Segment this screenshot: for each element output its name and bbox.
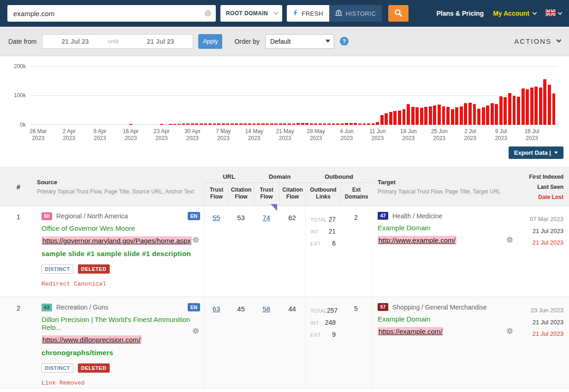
target-options-gear-icon[interactable] — [506, 236, 513, 245]
chart-bar — [319, 123, 322, 125]
search-settings-gear-icon[interactable] — [204, 10, 212, 19]
x-axis-tick-label: 9 Jul2023 — [495, 128, 507, 142]
dates-cell: 07 Mar 2023 21 Jul 2023 21 Jul 2023 — [519, 206, 569, 297]
sort-last-seen[interactable]: Last Seen — [537, 184, 563, 190]
chart-bar — [552, 94, 556, 125]
first-indexed-date: 23 Jun 2023 — [519, 304, 563, 316]
order-by-label: Order by — [234, 38, 259, 45]
actions-label: ACTIONS — [514, 37, 551, 45]
source-url-link[interactable]: https://governor.maryland.gov/Pages/home… — [41, 236, 192, 245]
x-axis-tick-label: 2 Apr2023 — [63, 128, 76, 142]
domain-trust-flow-cell: 74 — [254, 206, 279, 297]
magnifier-icon — [394, 9, 403, 18]
my-account-menu[interactable]: My Account — [493, 10, 536, 17]
chart-bar — [504, 97, 507, 125]
index-mode-toggle: FRESH HISTORIC — [287, 5, 382, 22]
target-url-link[interactable]: https://example.com/ — [378, 327, 443, 336]
date-from-field[interactable]: 21 Jul 23 — [42, 38, 107, 45]
chart-bar — [358, 123, 362, 125]
deleted-flag: DELETED — [78, 264, 110, 274]
target-url-link[interactable]: http://www.example.com/ — [378, 236, 456, 245]
last-seen-date: 21 Jul 2023 — [519, 225, 563, 237]
chart-bar — [274, 123, 278, 125]
source-page-title: Dillon Precision | The World's Finest Am… — [41, 316, 200, 331]
distinct-flag: DISTINCT — [41, 264, 73, 274]
source-page-title: Office of Governor Wes Moore — [41, 224, 200, 232]
chart-bar — [411, 107, 415, 125]
chart-bar — [296, 123, 300, 125]
target-header-subtitle: Primary Topical Trust Flow, Page Title, … — [378, 188, 519, 195]
chart-bar — [376, 122, 379, 125]
actions-menu[interactable]: ACTIONS — [514, 37, 561, 45]
column-url-citation-flow: Citation Flow — [228, 183, 254, 206]
chart-bar — [213, 123, 216, 125]
row-number: 1 — [0, 206, 37, 297]
language-selector[interactable] — [545, 9, 562, 18]
search-type-select[interactable]: ROOT DOMAIN — [220, 5, 282, 22]
domain-search-input[interactable] — [7, 5, 216, 22]
target-options-gear-icon[interactable] — [506, 328, 513, 336]
chart-bar — [350, 123, 353, 125]
source-url-link[interactable]: https://www.dillonprecision.com/ — [41, 335, 142, 344]
fresh-index-button[interactable]: FRESH — [287, 5, 329, 22]
url-trust-flow-link[interactable]: 63 — [213, 305, 220, 313]
chart-bar — [363, 123, 366, 125]
outbound-int-value: 248 — [325, 317, 336, 328]
chart-bar — [464, 103, 467, 125]
dates-cell: 23 Jun 2023 21 Jul 2023 21 Jul 2023 — [519, 297, 569, 388]
language-badge: EN — [188, 212, 200, 220]
anchor-text: chronographs/timers — [41, 349, 200, 357]
x-axis-tick-label: 11 Jun2023 — [369, 128, 385, 142]
my-account-label: My Account — [493, 10, 529, 17]
column-source: Source Primary Topical Trust Flow, Page … — [37, 167, 204, 206]
column-outbound-links: Outbound Links — [306, 183, 340, 206]
outbound-int-label: INT — [310, 317, 319, 329]
search-submit-button[interactable] — [388, 5, 409, 22]
domain-trust-flow-link[interactable]: 74 — [262, 214, 270, 222]
date-to-field[interactable]: 21 Jul 23 — [128, 38, 193, 45]
sort-date-lost[interactable]: Date Lost — [538, 194, 563, 200]
outbound-int-value: 21 — [328, 226, 336, 237]
order-by-select[interactable]: Default — [265, 34, 334, 49]
top-right-links: Plans & Pricing My Account — [436, 9, 562, 18]
chevron-down-icon — [558, 10, 563, 15]
chart-bar — [323, 123, 326, 125]
backlinks-table: # Source Primary Topical Trust Flow, Pag… — [0, 167, 569, 388]
chart-bar — [292, 123, 296, 125]
target-topic: Shopping / General Merchandise — [392, 304, 487, 311]
table-row: 1 50 Regional / North America EN Office … — [0, 206, 569, 297]
source-options-gear-icon[interactable] — [192, 236, 199, 245]
domain-citation-flow-cell: 62 — [279, 206, 306, 297]
export-data-button[interactable]: Export Data | — [509, 146, 563, 159]
target-cell: 57 Shopping / General Merchandise Exampl… — [372, 297, 519, 388]
target-cell: 47 Health / Medicine Example Domain http… — [372, 206, 519, 297]
chart-bar — [310, 123, 313, 125]
chart-bar — [526, 89, 529, 125]
chart-bar — [495, 104, 498, 125]
historic-index-button[interactable]: HISTORIC — [329, 5, 382, 22]
help-icon[interactable]: ? — [340, 37, 349, 46]
source-cell: 50 Regional / North America EN Office of… — [37, 206, 204, 297]
chart-bar — [415, 107, 419, 125]
topical-trust-flow-badge: 47 — [378, 212, 388, 220]
table-row: 2 63 Recreation / Guns EN Dillon Precisi… — [0, 297, 569, 388]
chart-bar — [380, 115, 384, 125]
chart-bar — [239, 123, 243, 125]
chart-bar — [226, 123, 229, 125]
url-trust-flow-link[interactable]: 55 — [213, 214, 220, 222]
chart-bar — [288, 123, 291, 125]
distinct-flag: DISTINCT — [41, 363, 73, 373]
domain-trust-flow-link[interactable]: 58 — [262, 305, 270, 313]
apply-button[interactable]: Apply — [198, 34, 222, 49]
column-number: # — [0, 167, 37, 206]
until-label: until — [107, 38, 128, 45]
link-status: Link Removed — [41, 380, 200, 386]
x-axis-tick-label: 23 Apr2023 — [154, 128, 170, 142]
uk-flag-icon — [545, 9, 556, 18]
sort-first-indexed[interactable]: First Indexed — [529, 174, 563, 180]
chart-bar — [482, 107, 485, 125]
chart-bar — [354, 123, 357, 125]
source-options-gear-icon[interactable] — [192, 328, 199, 336]
plans-pricing-link[interactable]: Plans & Pricing — [436, 10, 484, 17]
chart-bar — [468, 103, 472, 125]
